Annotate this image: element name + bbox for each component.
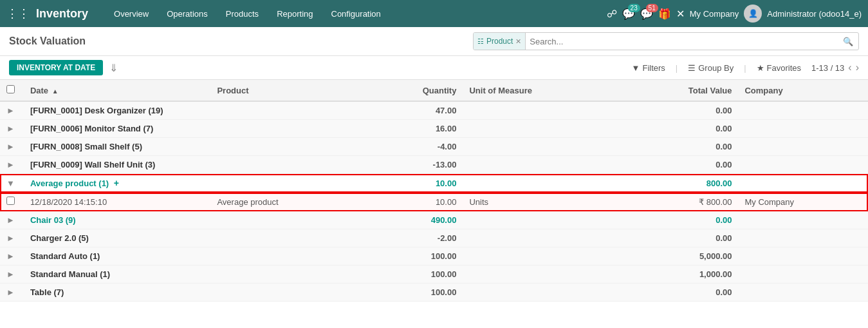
nav-overview[interactable]: Overview <box>105 0 158 27</box>
next-page-button[interactable]: › <box>856 62 859 73</box>
group-label[interactable]: Standard Manual (1) <box>24 265 365 284</box>
group-total-value: 5,000.00 <box>621 247 739 265</box>
detail-uom: Units <box>463 193 620 211</box>
table-row[interactable]: ▼ Average product (1) + 10.00 800.00 <box>0 174 868 193</box>
filter-tag-label: Product <box>486 37 513 46</box>
page-toolbar: Stock Valuation ☷ Product ✕ 🔍 <box>0 27 868 56</box>
group-label[interactable]: [FURN_0008] Small Shelf (5) <box>24 138 365 156</box>
header-quantity[interactable]: Quantity <box>365 80 463 101</box>
row-expand-cell[interactable]: ► <box>0 229 24 247</box>
group-label[interactable]: Average product (1) + <box>24 174 365 193</box>
nav-reporting[interactable]: Reporting <box>268 0 322 27</box>
row-expand-cell[interactable]: ▼ <box>0 174 24 193</box>
group-quantity: 100.00 <box>365 265 463 284</box>
group-label[interactable]: Charger 2.0 (5) <box>24 229 365 247</box>
table-row[interactable]: ► Standard Auto (1) 100.00 5,000.00 <box>0 247 868 265</box>
filter-tag-close[interactable]: ✕ <box>515 37 521 46</box>
group-company <box>738 174 868 193</box>
row-checkbox[interactable] <box>6 197 15 205</box>
detail-company: My Company <box>738 193 868 211</box>
group-unit <box>463 284 620 302</box>
expand-icon[interactable]: ► <box>6 215 15 225</box>
product-filter-tag[interactable]: ☷ Product ✕ <box>474 33 526 50</box>
row-expand-cell[interactable]: ► <box>0 101 24 120</box>
expand-icon[interactable]: ▼ <box>6 178 15 188</box>
nav-configuration[interactable]: Configuration <box>322 0 390 27</box>
bell-icon[interactable]: ☍ <box>607 8 617 20</box>
group-by-button[interactable]: ☰ Group By <box>684 62 737 74</box>
group-label[interactable]: [FURN_0006] Monitor Stand (7) <box>24 120 365 138</box>
group-label[interactable]: Table (7) <box>24 284 365 302</box>
table-row[interactable]: ► Table (7) 100.00 0.00 <box>0 284 868 302</box>
close-icon[interactable]: ✕ <box>676 8 685 20</box>
download-icon[interactable]: ⇓ <box>109 62 118 74</box>
header-unit-of-measure[interactable]: Unit of Measure <box>463 80 620 101</box>
inventory-at-date-button[interactable]: INVENTORY AT DATE <box>9 60 103 75</box>
header-date[interactable]: Date ▲ <box>24 80 211 101</box>
group-total-value: 800.00 <box>621 174 739 193</box>
group-quantity: 100.00 <box>365 284 463 302</box>
group-unit <box>463 247 620 265</box>
expand-icon[interactable]: ► <box>6 251 15 261</box>
expand-icon[interactable]: ► <box>6 142 15 151</box>
add-record-button[interactable]: + <box>114 178 119 188</box>
table-row[interactable]: ► Standard Manual (1) 100.00 1,000.00 <box>0 265 868 284</box>
expand-icon[interactable]: ► <box>6 106 15 115</box>
nav-links: Overview Operations Products Reporting C… <box>105 0 603 27</box>
row-expand-cell[interactable]: ► <box>0 138 24 156</box>
group-company <box>738 284 868 302</box>
expand-icon[interactable]: ► <box>6 160 15 169</box>
table-row[interactable]: ► [FURN_0006] Monitor Stand (7) 16.00 0.… <box>0 120 868 138</box>
row-expand-cell[interactable]: ► <box>0 284 24 302</box>
row-expand-cell[interactable]: ► <box>0 120 24 138</box>
table-row[interactable]: 12/18/2020 14:15:10 Average product 10.0… <box>0 193 868 211</box>
nav-operations[interactable]: Operations <box>158 0 217 27</box>
prev-page-button[interactable]: ‹ <box>848 62 851 73</box>
header-total-value[interactable]: Total Value <box>621 80 739 101</box>
table-row[interactable]: ► Chair 03 (9) 490.00 0.00 <box>0 211 868 229</box>
favorites-button[interactable]: ★ Favorites <box>753 62 805 74</box>
expand-icon[interactable]: ► <box>6 124 15 133</box>
table-row[interactable]: ► [FURN_0001] Desk Organizer (19) 47.00 … <box>0 101 868 120</box>
messages-icon[interactable]: 💬 23 <box>622 8 635 20</box>
group-label[interactable]: Chair 03 (9) <box>24 211 365 229</box>
grid-menu-icon[interactable]: ⋮⋮ <box>6 6 30 21</box>
group-quantity: -13.00 <box>365 156 463 174</box>
favorites-star-icon: ★ <box>757 63 764 73</box>
row-expand-cell[interactable]: ► <box>0 247 24 265</box>
group-company <box>738 138 868 156</box>
search-input[interactable] <box>526 33 838 50</box>
messages-badge: 23 <box>628 4 640 12</box>
expand-icon[interactable]: ► <box>6 287 15 297</box>
select-all-checkbox[interactable] <box>6 85 15 93</box>
row-expand-cell[interactable]: ► <box>0 211 24 229</box>
pagination: 1-13 / 13 ‹ › <box>811 62 859 73</box>
gift-icon[interactable]: 🎁 <box>658 8 671 20</box>
discuss-icon[interactable]: 💬 51 <box>640 8 653 20</box>
expand-icon[interactable]: ► <box>6 233 15 243</box>
row-expand-cell[interactable]: ► <box>0 265 24 284</box>
filter-funnel-icon: ▼ <box>632 63 640 73</box>
table-row[interactable]: ► Charger 2.0 (5) -2.00 0.00 <box>0 229 868 247</box>
group-unit <box>463 101 620 120</box>
app-title: Inventory <box>36 7 88 21</box>
header-company[interactable]: Company <box>738 80 868 101</box>
group-label[interactable]: [FURN_0001] Desk Organizer (19) <box>24 101 365 120</box>
search-icon[interactable]: 🔍 <box>838 37 858 46</box>
filters-button[interactable]: ▼ Filters <box>628 62 669 74</box>
expand-icon[interactable]: ► <box>6 269 15 279</box>
table-row[interactable]: ► [FURN_0008] Small Shelf (5) -4.00 0.00 <box>0 138 868 156</box>
detail-date: 12/18/2020 14:15:10 <box>24 193 211 211</box>
header-product[interactable]: Product <box>210 80 365 101</box>
group-company <box>738 101 868 120</box>
table-row[interactable]: ► [FURN_0009] Wall Shelf Unit (3) -13.00… <box>0 156 868 174</box>
avatar[interactable]: 👤 <box>744 5 762 23</box>
row-expand-cell[interactable]: ► <box>0 156 24 174</box>
group-label[interactable]: [FURN_0009] Wall Shelf Unit (3) <box>24 156 365 174</box>
header-checkbox-cell[interactable] <box>0 80 24 101</box>
nav-products[interactable]: Products <box>217 0 268 27</box>
group-label[interactable]: Standard Auto (1) <box>24 247 365 265</box>
group-company <box>738 229 868 247</box>
row-checkbox-cell[interactable] <box>0 193 24 211</box>
group-total-value: 0.00 <box>621 156 739 174</box>
